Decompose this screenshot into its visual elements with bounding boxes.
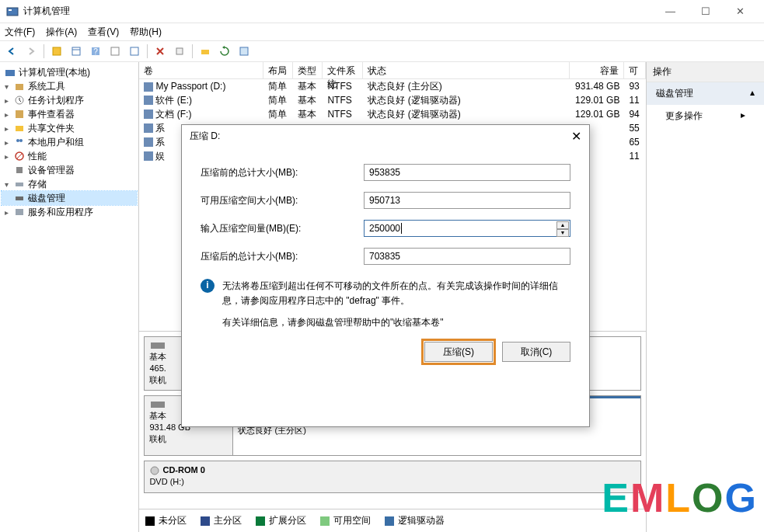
tool-icon[interactable] — [126, 43, 143, 60]
dialog-title: 压缩 D: — [190, 130, 571, 143]
tree-local-users[interactable]: ▸本地用户和组 — [2, 135, 137, 149]
col-status[interactable]: 状态 — [363, 62, 570, 78]
svg-rect-15 — [16, 110, 23, 118]
volume-row[interactable]: 文档 (F:)简单基本NTFS状态良好 (逻辑驱动器)129.01 GB94 — [139, 107, 646, 121]
tree-event-viewer[interactable]: ▸事件查看器 — [2, 107, 137, 121]
app-icon — [6, 5, 19, 18]
info-text: 无法将卷压缩到超出任何不可移动的文件所在的点。有关完成该操作时间的详细信息，请参… — [222, 279, 570, 308]
avail-shrink-label: 可用压缩空间大小(MB): — [201, 194, 364, 207]
shrink-amount-label: 输入压缩空间量(MB)(E): — [201, 222, 364, 235]
svg-rect-9 — [176, 48, 183, 54]
svg-rect-8 — [131, 47, 138, 55]
close-button[interactable]: ✕ — [723, 1, 758, 23]
svg-rect-23 — [16, 196, 23, 200]
actions-pane: 操作 磁盘管理▴ 更多操作▸ — [647, 62, 764, 532]
svg-line-20 — [16, 153, 23, 159]
info-icon: i — [201, 279, 215, 293]
svg-rect-3 — [72, 47, 80, 55]
menu-action[interactable]: 操作(A) — [46, 26, 77, 39]
svg-rect-25 — [151, 342, 165, 349]
col-type[interactable]: 类型 — [293, 62, 323, 78]
cdrom-label[interactable]: CD-ROM 0 DVD (H:) — [144, 461, 641, 493]
tree-device-manager[interactable]: 设备管理器 — [2, 163, 137, 177]
tree-disk-management[interactable]: 磁盘管理 — [2, 191, 137, 205]
avail-shrink-value: 950713 — [364, 192, 570, 209]
window-title: 计算机管理 — [23, 5, 653, 18]
after-size-label: 压缩后的总计大小(MB): — [201, 250, 364, 263]
before-size-label: 压缩前的总计大小(MB): — [201, 166, 364, 179]
svg-rect-10 — [201, 50, 209, 54]
col-volume[interactable]: 卷 — [139, 62, 263, 78]
svg-rect-22 — [16, 183, 23, 186]
tool-icon[interactable] — [68, 43, 85, 60]
svg-rect-2 — [53, 47, 61, 55]
legend: 未分区 主分区 扩展分区 可用空间 逻辑驱动器 — [139, 509, 646, 532]
svg-rect-26 — [151, 402, 165, 408]
cancel-button[interactable]: 取消(C) — [502, 342, 570, 362]
menu-bar: 文件(F) 操作(A) 查看(V) 帮助(H) — [0, 23, 764, 40]
actions-more[interactable]: 更多操作▸ — [647, 105, 764, 127]
delete-icon[interactable] — [152, 43, 169, 60]
after-size-value: 703835 — [364, 248, 570, 265]
help-link-text: 有关详细信息，请参阅磁盘管理帮助中的"收缩基本卷" — [222, 316, 570, 329]
svg-point-27 — [151, 467, 159, 475]
nav-tree[interactable]: 计算机管理(本地) ▾系统工具 ▸任务计划程序 ▸事件查看器 ▸共享文件夹 ▸本… — [0, 62, 139, 532]
svg-rect-11 — [240, 47, 248, 55]
tree-services[interactable]: ▸服务和应用程序 — [2, 205, 137, 219]
svg-text:?: ? — [93, 47, 98, 56]
tree-shared-folders[interactable]: ▸共享文件夹 — [2, 121, 137, 135]
tree-task-scheduler[interactable]: ▸任务计划程序 — [2, 93, 137, 107]
svg-rect-0 — [7, 8, 18, 16]
help-icon[interactable]: ? — [87, 43, 104, 60]
tool-icon[interactable] — [106, 43, 124, 60]
svg-rect-1 — [9, 9, 12, 11]
back-button[interactable] — [3, 43, 20, 60]
tree-storage[interactable]: ▾存储 — [2, 177, 137, 191]
shrink-button[interactable]: 压缩(S) — [424, 342, 493, 362]
tool-icon[interactable] — [48, 43, 65, 60]
tree-performance[interactable]: ▸性能 — [2, 149, 137, 163]
svg-rect-21 — [16, 167, 23, 173]
watermark: EMLOG — [602, 475, 758, 521]
tree-root[interactable]: 计算机管理(本地) — [2, 65, 137, 79]
forward-button[interactable] — [23, 43, 40, 60]
shrink-dialog: 压缩 D: ✕ 压缩前的总计大小(MB): 953835 可用压缩空间大小(MB… — [181, 124, 590, 427]
col-fs[interactable]: 文件系统 — [323, 62, 363, 78]
svg-point-17 — [16, 139, 19, 142]
refresh-icon[interactable] — [216, 43, 233, 60]
spin-down-button[interactable]: ▼ — [556, 229, 569, 237]
actions-disk-mgmt[interactable]: 磁盘管理▴ — [647, 82, 764, 105]
svg-point-18 — [19, 139, 23, 142]
tool-icon[interactable] — [235, 43, 253, 60]
svg-rect-7 — [111, 47, 119, 55]
col-capacity[interactable]: 容量 — [570, 62, 624, 78]
col-layout[interactable]: 布局 — [263, 62, 293, 78]
svg-rect-24 — [16, 209, 23, 215]
volume-row[interactable]: 软件 (E:)简单基本NTFS状态良好 (逻辑驱动器)129.01 GB11 — [139, 93, 646, 107]
dialog-close-button[interactable]: ✕ — [571, 129, 581, 144]
svg-rect-13 — [16, 84, 23, 90]
before-size-value: 953835 — [364, 164, 570, 181]
toolbar: ? — [0, 40, 764, 62]
col-avail[interactable]: 可 — [624, 62, 646, 78]
menu-view[interactable]: 查看(V) — [88, 26, 119, 39]
volume-row[interactable]: My Passport (D:)简单基本NTFS状态良好 (主分区)931.48… — [139, 79, 646, 93]
tool-icon[interactable] — [171, 43, 188, 60]
shrink-amount-input[interactable]: 250000 ▲▼ — [364, 220, 570, 237]
maximize-button[interactable]: ☐ — [688, 1, 723, 23]
minimize-button[interactable]: — — [653, 1, 688, 23]
title-bar: 计算机管理 — ☐ ✕ — [0, 0, 764, 23]
svg-rect-16 — [16, 126, 23, 131]
tree-system-tools[interactable]: ▾系统工具 — [2, 79, 137, 93]
volume-list-header: 卷 布局 类型 文件系统 状态 容量 可 — [139, 62, 646, 79]
tool-icon[interactable] — [197, 43, 214, 60]
menu-file[interactable]: 文件(F) — [5, 26, 35, 39]
svg-rect-12 — [5, 70, 15, 76]
spin-up-button[interactable]: ▲ — [556, 221, 569, 229]
menu-help[interactable]: 帮助(H) — [130, 26, 162, 39]
actions-header: 操作 — [647, 62, 764, 82]
